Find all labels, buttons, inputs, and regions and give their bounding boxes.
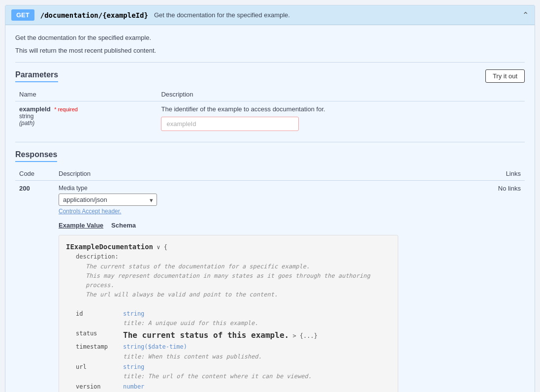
parameters-title: Parameters [15, 70, 58, 82]
schema-desc-field: description: [76, 252, 391, 261]
response-description-cell: Media type application/json Controls Acc… [55, 181, 487, 392]
schema-field-id: id string title: A unique uuid for this … [76, 309, 391, 328]
collapse-icon[interactable]: ⌃ [522, 10, 529, 20]
panel-header: GET /documentation/{exampleId} Get the d… [5, 5, 535, 25]
schema-field-version: version number title: The (autoincrement… [76, 382, 391, 392]
col-code-header: Code [15, 167, 55, 181]
endpoint-path: /documentation/{exampleId} [40, 11, 148, 19]
responses-section: Responses Code Description Links 200 [15, 150, 525, 392]
divider-2 [15, 142, 525, 142]
param-name: exampleId [19, 105, 51, 113]
method-badge: GET [11, 9, 34, 21]
media-type-label: Media type [59, 185, 483, 192]
media-type-select-wrapper: application/json [59, 194, 157, 206]
description-line1: Get the docmentation for the specified e… [15, 33, 525, 43]
schema-description-block: description: The current status of the d… [66, 252, 391, 392]
parameters-header: Parameters Try it out [15, 69, 525, 83]
col-desc-header: Description [55, 167, 487, 181]
controls-accept-label: Controls Accept header. [59, 208, 483, 215]
response-links: No links [487, 181, 525, 392]
response-code: 200 [15, 181, 55, 392]
header-left: GET /documentation/{exampleId} Get the d… [11, 9, 290, 21]
example-value-tab[interactable]: Example Value [59, 220, 107, 231]
try-it-out-button[interactable]: Try it out [485, 69, 525, 83]
param-location: (path) [19, 120, 153, 127]
responses-table: Code Description Links 200 Media type [15, 167, 525, 392]
api-panel: GET /documentation/{exampleId} Get the d… [5, 5, 535, 392]
schema-box: IExampleDocumentation ∨ { description: T… [59, 235, 398, 392]
schema-tab[interactable]: Schema [111, 220, 140, 231]
endpoint-summary: Get the docmentation for the specified e… [154, 11, 290, 19]
tab-separator [107, 220, 111, 231]
param-required: * required [54, 106, 78, 112]
panel-body: Get the docmentation for the specified e… [5, 25, 535, 392]
params-table: Name Description exampleId * required st… [15, 88, 525, 135]
col-name-header: Name [15, 88, 157, 101]
param-description: The identifier of the example to access … [161, 105, 521, 113]
param-row: exampleId * required string (path) The i… [15, 101, 525, 135]
schema-interface-header: IExampleDocumentation ∨ { [66, 241, 391, 252]
responses-header: Responses [15, 150, 525, 162]
col-description-header: Description [157, 88, 525, 101]
schema-desc-line2: This may represent documentation in many… [86, 271, 391, 290]
example-id-input[interactable] [161, 117, 299, 131]
example-schema-tabs: Example Value Schema [59, 220, 483, 231]
schema-field-timestamp: timestamp string($date-time) title: When… [76, 342, 391, 361]
schema-desc-line1: The current status of the documentation … [86, 262, 391, 271]
schema-desc-lines: The current status of the documentation … [76, 262, 391, 300]
schema-expand-symbol[interactable]: ∨ { [157, 244, 167, 251]
responses-title: Responses [15, 150, 57, 162]
schema-interface-name: IExampleDocumentation [66, 243, 153, 251]
description-line2: This will return the most recent publish… [15, 46, 525, 56]
param-description-cell: The identifier of the example to access … [157, 101, 525, 135]
schema-field-status: status The current status of this exampl… [76, 329, 391, 342]
col-links-header: Links [487, 167, 525, 181]
param-type: string [19, 113, 153, 120]
schema-desc-line3: The url will always be valid and point t… [86, 290, 391, 299]
schema-field-url: url string title: The url of the content… [76, 362, 391, 381]
param-name-cell: exampleId * required string (path) [15, 101, 157, 135]
response-row-200: 200 Media type application/json Controls… [15, 181, 525, 392]
divider-1 [15, 62, 525, 63]
media-type-select[interactable]: application/json [59, 194, 157, 206]
